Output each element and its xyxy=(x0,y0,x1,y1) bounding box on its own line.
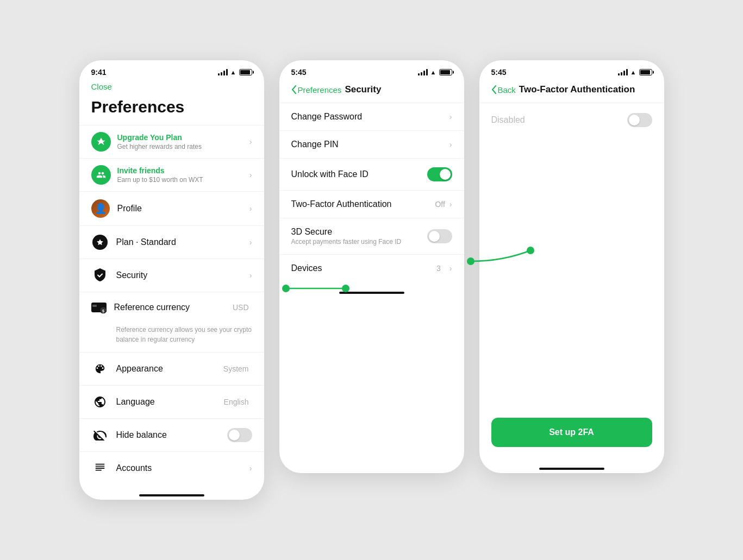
devices-block: Devices xyxy=(291,263,430,273)
battery-icon xyxy=(439,69,452,75)
upgrade-subtitle: Get higher rewards and rates xyxy=(117,143,243,150)
appearance-menu-item[interactable]: Appearance System xyxy=(79,352,264,385)
time-3: 5:45 xyxy=(491,68,507,77)
invite-title: Invite friends xyxy=(117,166,243,175)
page-title: Preferences xyxy=(79,96,264,125)
tfa-value: Off xyxy=(435,200,445,209)
setup-btn-area: Set up 2FA xyxy=(479,409,664,458)
invite-promo-card[interactable]: Invite friends Earn up to $10 worth on W… xyxy=(79,158,264,191)
chevron-icon: › xyxy=(449,140,452,149)
setup-2fa-button[interactable]: Set up 2FA xyxy=(491,418,652,447)
disabled-row: Disabled xyxy=(479,103,664,137)
signal-icon xyxy=(218,69,228,75)
time-1: 9:41 xyxy=(91,68,107,77)
chevron-icon: › xyxy=(249,464,252,473)
chevron-icon: › xyxy=(449,112,452,121)
3d-secure-sub: Accept payments faster using Face ID xyxy=(291,238,421,246)
chevron-icon: › xyxy=(249,204,252,213)
face-id-block: Unlock with Face ID xyxy=(291,169,421,179)
appearance-value: System xyxy=(223,364,249,373)
reference-currency-icon: $ xyxy=(91,300,107,315)
chevron-icon: › xyxy=(249,171,252,179)
upgrade-promo-card[interactable]: Upgrade You Plan Get higher rewards and … xyxy=(79,125,264,158)
appearance-icon xyxy=(91,360,109,377)
invite-icon xyxy=(91,165,111,185)
tfa-value-row: Off › xyxy=(435,200,452,209)
status-bar-2: 5:45 ▲ xyxy=(279,60,464,80)
status-icons-2: ▲ xyxy=(418,69,452,75)
home-indicator xyxy=(279,282,464,297)
security-icon-wrap xyxy=(91,267,109,284)
back-label: Back xyxy=(498,85,516,95)
3d-secure-label: 3D Secure xyxy=(291,227,421,237)
3d-secure-toggle[interactable] xyxy=(427,229,452,243)
reference-currency-item[interactable]: $ Reference currency USD xyxy=(79,292,264,323)
accounts-label: Accounts xyxy=(116,463,242,473)
plan-label: Plan · Standard xyxy=(116,237,242,247)
face-id-toggle[interactable] xyxy=(427,167,452,181)
wifi-icon: ▲ xyxy=(430,69,436,75)
profile-menu-item[interactable]: 👤 Profile › xyxy=(79,191,264,225)
upgrade-icon xyxy=(91,132,111,152)
accounts-icon xyxy=(91,460,109,477)
3d-secure-item[interactable]: 3D Secure Accept payments faster using F… xyxy=(279,218,464,254)
change-pin-label: Change PIN xyxy=(291,140,443,149)
tfa-title: Two-Factor Authentication xyxy=(519,84,635,95)
close-button[interactable]: Close xyxy=(79,80,264,96)
language-value: English xyxy=(224,398,249,406)
language-menu-item[interactable]: Language English xyxy=(79,385,264,418)
change-password-item[interactable]: Change Password › xyxy=(279,103,464,130)
chevron-icon: › xyxy=(449,264,452,273)
hide-balance-item[interactable]: Hide balance xyxy=(79,418,264,451)
language-label: Language xyxy=(116,397,216,407)
status-icons-3: ▲ xyxy=(618,69,652,75)
change-password-block: Change Password xyxy=(291,112,443,122)
change-pin-block: Change PIN xyxy=(291,140,443,149)
time-2: 5:45 xyxy=(291,68,307,77)
profile-label: Profile xyxy=(117,204,242,213)
security-menu-item[interactable]: Security › xyxy=(79,259,264,292)
tfa-content: Disabled Set up 2FA xyxy=(479,103,664,458)
plan-icon xyxy=(91,234,109,251)
upgrade-title: Upgrade You Plan xyxy=(117,133,243,142)
language-icon xyxy=(91,393,109,411)
3d-secure-block: 3D Secure Accept payments faster using F… xyxy=(291,227,421,246)
chevron-icon: › xyxy=(249,238,252,247)
accounts-menu-item[interactable]: Accounts › xyxy=(79,451,264,485)
face-id-label: Unlock with Face ID xyxy=(291,169,421,179)
svg-text:$: $ xyxy=(102,309,104,313)
plan-menu-item[interactable]: Plan · Standard › xyxy=(79,225,264,259)
appearance-label: Appearance xyxy=(116,364,216,374)
wifi-icon: ▲ xyxy=(630,69,636,75)
back-to-security[interactable]: Back xyxy=(491,85,516,95)
tfa-item[interactable]: Two-Factor Authentication Off › xyxy=(279,190,464,218)
upgrade-text: Upgrade You Plan Get higher rewards and … xyxy=(117,133,243,150)
battery-icon xyxy=(639,69,652,75)
signal-icon xyxy=(618,69,628,75)
face-id-item[interactable]: Unlock with Face ID xyxy=(279,158,464,190)
hide-balance-label: Hide balance xyxy=(116,430,220,440)
hide-balance-toggle[interactable] xyxy=(227,428,252,442)
signal-icon xyxy=(418,69,428,75)
screens-container: 9:41 ▲ Close Preferences Upgrade Y xyxy=(79,60,664,500)
tfa-main-toggle[interactable] xyxy=(627,113,652,127)
security-nav: Preferences Security xyxy=(279,80,464,103)
tfa-label: Two-Factor Authentication xyxy=(291,199,429,209)
hide-balance-icon xyxy=(91,426,109,444)
security-label: Security xyxy=(116,270,242,280)
reference-currency-value: USD xyxy=(233,303,249,312)
security-title: Security xyxy=(345,84,381,95)
change-pin-item[interactable]: Change PIN › xyxy=(279,130,464,158)
devices-item[interactable]: Devices 3 › xyxy=(279,254,464,282)
back-to-preferences[interactable]: Preferences xyxy=(291,85,342,95)
tfa-nav: Back Two-Factor Authentication xyxy=(479,80,664,103)
disabled-label: Disabled xyxy=(491,115,525,125)
chevron-icon: › xyxy=(249,271,252,280)
chevron-icon: › xyxy=(249,137,252,146)
svg-rect-1 xyxy=(92,305,97,307)
avatar-icon: 👤 xyxy=(91,199,110,218)
wifi-icon: ▲ xyxy=(230,69,236,75)
chevron-icon: › xyxy=(449,200,452,209)
reference-currency-note: Reference currency allows you see your c… xyxy=(79,323,264,352)
status-bar-1: 9:41 ▲ xyxy=(79,60,264,80)
